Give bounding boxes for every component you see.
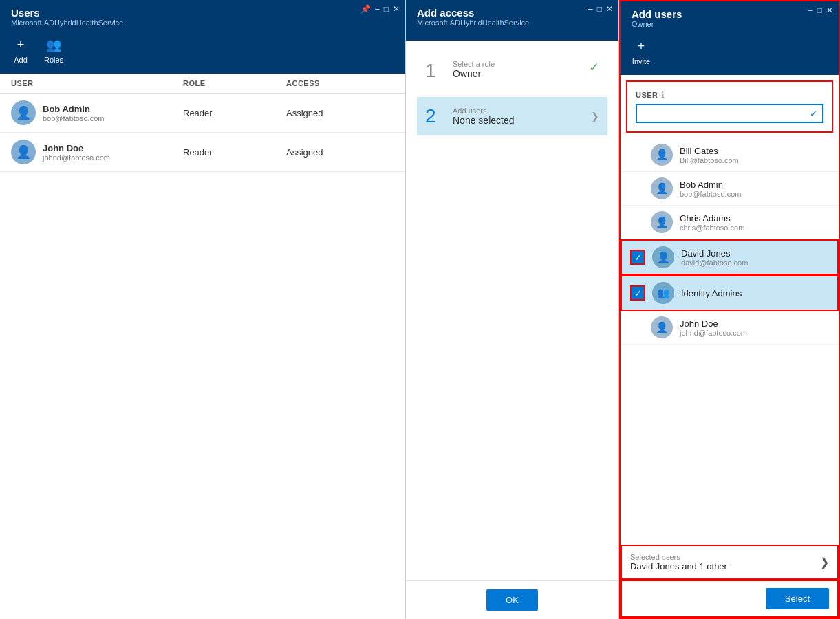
user-cell: 👤 Bob Admin bob@fabtoso.com (11, 100, 183, 125)
access-cell: Assigned (286, 147, 389, 158)
user-info: David Jones david@fabtoso.com (681, 248, 748, 267)
maximize-icon[interactable]: □ (597, 4, 602, 14)
search-input[interactable] (637, 106, 806, 122)
step-1-value: Owner (453, 68, 582, 79)
user-label-row: USER ℹ (636, 90, 823, 100)
avatar: 👤 (651, 316, 673, 338)
step-1-content: Select a role Owner (453, 60, 582, 79)
col-user: USER (11, 79, 183, 87)
avatar: 👤 (651, 144, 673, 166)
list-item-selected[interactable]: ✓ 👥 Identity Admins (621, 275, 839, 311)
user-search-section: USER ℹ ✓ (626, 80, 833, 133)
access-header: – □ ✕ Add access Microsoft.ADHybridHealt… (406, 0, 618, 41)
selected-users-label: Selected users (630, 553, 727, 561)
access-footer: OK (406, 580, 618, 619)
minimize-icon[interactable]: – (588, 4, 593, 14)
invite-button[interactable]: + Invite (632, 36, 651, 65)
user-name: Bob Admin (43, 104, 104, 114)
selected-users-value: David Jones and 1 other (630, 561, 727, 572)
selected-users-info: Selected users David Jones and 1 other (630, 553, 727, 572)
list-item-selected[interactable]: ✓ 👤 David Jones david@fabtoso.com (621, 239, 839, 275)
selected-users-bar[interactable]: Selected users David Jones and 1 other ❯ (621, 545, 839, 580)
close-icon[interactable]: ✕ (826, 6, 833, 15)
users-subtitle: Microsoft.ADHybridHealthService (11, 19, 394, 27)
users-toolbar: + Add 👥 Roles (11, 32, 394, 65)
list-item[interactable]: 👤 Bill Gates Bill@fabtoso.com (621, 138, 839, 172)
invite-icon: + (632, 36, 651, 56)
minimize-icon[interactable]: – (808, 6, 813, 15)
users-title: Users (11, 7, 394, 19)
access-window-controls: – □ ✕ (588, 4, 613, 14)
roles-button[interactable]: 👥 Roles (44, 35, 63, 64)
access-subtitle: Microsoft.ADHybridHealthService (417, 19, 607, 27)
user-name: John Doe (680, 318, 747, 329)
step-1-row[interactable]: 1 Select a role Owner ✓ (417, 52, 607, 90)
user-email: Bill@fabtoso.com (680, 156, 739, 164)
user-info: John Doe johnd@fabtoso.com (680, 318, 747, 337)
step-1-number: 1 (425, 60, 446, 82)
user-info: Bill Gates Bill@fabtoso.com (680, 146, 739, 164)
selected-checkmark: ✓ (630, 285, 645, 301)
maximize-icon[interactable]: □ (817, 6, 822, 15)
user-email: bob@fabtoso.com (680, 190, 741, 198)
add-button[interactable]: + Add (11, 35, 30, 64)
addusers-subtitle: Owner (632, 20, 828, 28)
step-2-row[interactable]: 2 Add users None selected ❯ (417, 97, 607, 135)
step-2-label: Add users (453, 107, 584, 115)
close-icon[interactable]: ✕ (606, 4, 613, 14)
roles-label: Roles (44, 56, 63, 64)
pin-icon[interactable]: 📌 (360, 4, 371, 14)
addusers-panel: – □ ✕ Add users Owner + Invite USER ℹ ✓ … (619, 0, 840, 619)
addusers-window-controls: – □ ✕ (808, 6, 833, 15)
access-cell: Assigned (286, 108, 389, 118)
close-icon[interactable]: ✕ (393, 4, 400, 14)
step-2-content: Add users None selected (453, 107, 584, 126)
avatar: 👤 (651, 177, 673, 199)
users-table: USER ROLE ACCESS 👤 Bob Admin bob@fabtoso… (0, 74, 405, 619)
list-item[interactable]: 👤 John Doe johnd@fabtoso.com (621, 311, 839, 345)
list-item[interactable]: 👤 Chris Adams chris@fabtoso.com (621, 206, 839, 239)
avatar: 👤 (652, 246, 674, 268)
avatar: 👤 (651, 211, 673, 233)
role-cell: Reader (183, 108, 286, 118)
user-cell: 👤 John Doe johnd@fabtoso.com (11, 140, 183, 164)
table-row[interactable]: 👤 Bob Admin bob@fabtoso.com Reader Assig… (0, 94, 405, 133)
list-item[interactable]: 👤 Bob Admin bob@fabtoso.com (621, 172, 839, 206)
access-panel: – □ ✕ Add access Microsoft.ADHybridHealt… (406, 0, 619, 619)
user-list: 👤 Bill Gates Bill@fabtoso.com 👤 Bob Admi… (621, 138, 839, 545)
search-input-wrapper: ✓ (636, 104, 823, 123)
selected-checkmark: ✓ (630, 250, 645, 265)
users-window-controls: 📌 – □ ✕ (360, 4, 400, 14)
user-name: John Doe (43, 143, 110, 153)
addusers-toolbar: + Invite (632, 34, 828, 67)
access-title: Add access (417, 7, 607, 19)
add-icon: + (11, 35, 30, 54)
addusers-header: – □ ✕ Add users Owner + Invite (621, 1, 839, 75)
add-label: Add (14, 56, 28, 64)
col-access: ACCESS (286, 79, 389, 87)
select-button[interactable]: Select (766, 588, 829, 609)
roles-icon: 👥 (44, 35, 63, 54)
step-2-number: 2 (425, 105, 446, 127)
user-name: Bob Admin (680, 180, 741, 190)
user-email: bob@fabtoso.com (43, 114, 104, 122)
user-info: Chris Adams chris@fabtoso.com (680, 213, 744, 232)
addusers-footer: Select (621, 580, 839, 618)
user-field-label: USER (636, 91, 658, 99)
ok-button[interactable]: OK (486, 589, 538, 611)
chevron-right-icon: ❯ (820, 556, 829, 569)
table-row[interactable]: 👤 John Doe johnd@fabtoso.com Reader Assi… (0, 133, 405, 172)
minimize-icon[interactable]: – (375, 4, 380, 14)
user-name: David Jones (681, 248, 748, 259)
maximize-icon[interactable]: □ (384, 4, 389, 14)
users-header: 📌 – □ ✕ Users Microsoft.ADHybridHealthSe… (0, 0, 405, 74)
user-email: johnd@fabtoso.com (43, 153, 110, 162)
step-2-value: None selected (453, 115, 584, 126)
step-1-label: Select a role (453, 60, 582, 68)
user-name: Chris Adams (680, 213, 744, 224)
col-role: ROLE (183, 79, 286, 87)
avatar: 👤 (11, 140, 36, 164)
addusers-title: Add users (632, 8, 828, 20)
search-check-icon: ✓ (806, 105, 822, 122)
user-info: Bob Admin bob@fabtoso.com (680, 180, 741, 198)
